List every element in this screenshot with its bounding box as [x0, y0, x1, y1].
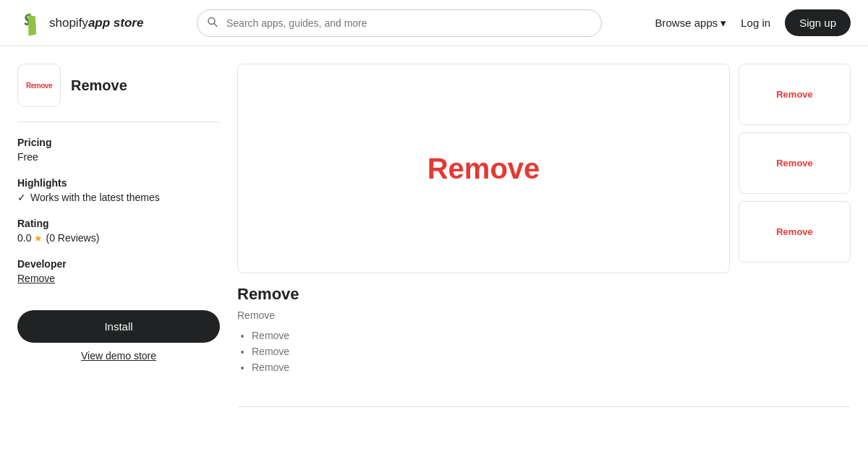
chevron-down-icon: ▾ [720, 17, 726, 30]
bullet-list: Remove Remove Remove [237, 330, 851, 373]
pricing-section: Pricing Free [17, 137, 220, 163]
highlight-text: Works with the latest themes [30, 192, 160, 203]
thumbnail-1[interactable]: Remove [739, 64, 851, 125]
developer-link[interactable]: Remove [17, 273, 55, 284]
bottom-divider [237, 406, 851, 407]
search-bar [197, 9, 602, 37]
right-content: Remove Remove Remove Remove Remove Remov… [237, 64, 851, 407]
highlights-section: Highlights ✓ Works with the latest theme… [17, 177, 220, 203]
checkmark-icon: ✓ [17, 192, 26, 203]
rating-section: Rating 0.0 ★ (0 Reviews) [17, 218, 220, 244]
pricing-value: Free [17, 151, 220, 163]
login-button[interactable]: Log in [741, 17, 770, 29]
app-icon-text: Remove [26, 82, 52, 90]
signup-button[interactable]: Sign up [785, 9, 851, 36]
app-description: Remove Remove Remove Remove Remove [237, 285, 851, 389]
install-button[interactable]: Install [17, 310, 220, 343]
thumbnail-2-text: Remove [776, 158, 813, 168]
screenshots-area: Remove Remove Remove Remove [237, 64, 851, 273]
logo-text: shopifyapp store [49, 17, 143, 29]
search-input[interactable] [197, 9, 602, 37]
sidebar: Remove Remove Pricing Free Highlights ✓ … [17, 64, 220, 407]
highlight-item: ✓ Works with the latest themes [17, 192, 220, 203]
bullet-item-3: Remove [252, 362, 851, 373]
shopify-bag-icon [17, 10, 43, 36]
browse-apps-button[interactable]: Browse apps ▾ [655, 17, 727, 30]
view-demo-link[interactable]: View demo store [17, 350, 220, 362]
bullet-item-2: Remove [252, 346, 851, 357]
main-content: Remove Remove Pricing Free Highlights ✓ … [0, 46, 868, 407]
rating-row: 0.0 ★ (0 Reviews) [17, 232, 220, 244]
thumbnail-2[interactable]: Remove [739, 132, 851, 194]
app-title-main: Remove [237, 285, 851, 304]
thumbnail-3-text: Remove [776, 226, 813, 237]
rating-score: 0.0 [17, 232, 31, 244]
search-icon [207, 16, 218, 30]
star-icon: ★ [34, 233, 43, 244]
svg-line-2 [214, 24, 217, 27]
developer-section: Developer Remove [17, 258, 220, 284]
app-name-title: Remove [71, 77, 127, 94]
app-header-card: Remove Remove [17, 64, 220, 122]
thumbnail-column: Remove Remove Remove [739, 64, 851, 273]
app-desc-text: Remove [237, 309, 851, 321]
highlights-label: Highlights [17, 177, 220, 189]
bullet-item-1: Remove [252, 330, 851, 341]
thumbnail-3[interactable]: Remove [739, 201, 851, 262]
svg-point-1 [208, 17, 215, 24]
rating-label: Rating [17, 218, 220, 229]
app-icon: Remove [17, 64, 61, 107]
developer-label: Developer [17, 258, 220, 270]
rating-reviews: (0 Reviews) [46, 232, 99, 244]
thumbnail-1-text: Remove [776, 89, 813, 100]
header: shopifyapp store Browse apps ▾ Log in Si… [0, 0, 868, 46]
main-screenshot-text: Remove [427, 153, 540, 185]
nav-right: Browse apps ▾ Log in Sign up [655, 9, 851, 36]
logo[interactable]: shopifyapp store [17, 10, 143, 36]
main-screenshot: Remove [237, 64, 730, 273]
pricing-label: Pricing [17, 137, 220, 148]
